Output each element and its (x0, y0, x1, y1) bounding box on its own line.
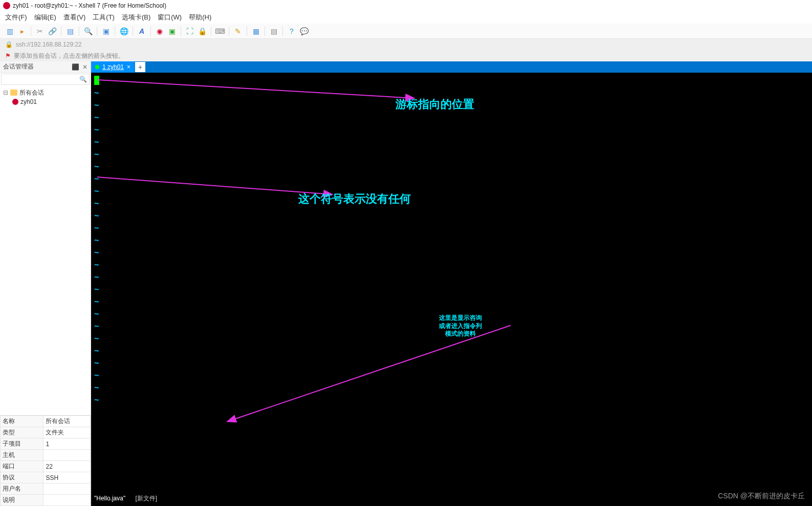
tilde-icon: ~ (94, 162, 99, 171)
app-logo-icon (3, 2, 10, 9)
open-icon[interactable]: ▸ (17, 27, 27, 36)
font-icon[interactable]: A (137, 27, 146, 36)
tilde-icon: ~ (94, 272, 99, 282)
prop-key: 子项目 (1, 438, 43, 450)
sidebar: 会话管理器 ⬛ ✕ 🔍 ⊟ 所有会话 zyh01 名称所有会话 类型文件夹 (0, 61, 91, 506)
xshell-icon[interactable]: ◉ (155, 27, 164, 36)
fullscreen-icon[interactable]: ⛶ (185, 27, 194, 36)
copy-icon[interactable]: ▣ (101, 27, 111, 36)
tilde-icon: ~ (94, 284, 99, 294)
expand-icon[interactable]: ⊟ (3, 89, 8, 96)
tab-close-icon[interactable]: × (127, 63, 130, 71)
pin-icon[interactable]: ⬛ (72, 63, 79, 71)
tilde-icon: ~ (94, 297, 99, 306)
vim-status-line: "Hello.java" [新文件] (94, 493, 157, 503)
globe-icon[interactable]: 🌐 (119, 27, 128, 36)
prop-val (43, 495, 91, 506)
prop-key: 端口 (1, 461, 43, 472)
tree-session[interactable]: zyh01 (3, 97, 87, 106)
folder-icon (10, 90, 17, 96)
sidebar-header: 会话管理器 ⬛ ✕ (0, 61, 91, 73)
tilde-icon: ~ (94, 211, 99, 221)
svg-line-3 (97, 177, 333, 194)
titlebar: zyh01 - root@zyh01:~ - Xshell 7 (Free fo… (0, 0, 812, 11)
main-area: 1 zyh01 × + "Hello.java" [新文件] 游标指向的位置 (91, 61, 812, 506)
annotation-tilde: 这个符号表示没有任何 (298, 192, 411, 207)
prop-val (43, 450, 91, 461)
close-icon[interactable]: ✕ (82, 63, 87, 71)
menu-file[interactable]: 文件(F) (5, 13, 27, 22)
svg-line-5 (227, 325, 511, 422)
prop-val: SSH (43, 472, 91, 483)
tip-text: 要添加当前会话，点击左侧的箭头按钮。 (14, 52, 124, 60)
prop-val (43, 483, 91, 495)
tree-root-label: 所有会话 (19, 89, 44, 97)
layout1-icon[interactable]: ▦ (251, 27, 260, 36)
menu-help[interactable]: 帮助(H) (189, 13, 211, 22)
tree-root[interactable]: ⊟ 所有会话 (3, 88, 87, 97)
prop-key: 用户名 (1, 483, 43, 495)
tilde-icon: ~ (94, 174, 99, 184)
lock-icon[interactable]: 🔒 (197, 27, 207, 36)
new-session-icon[interactable]: ▥ (5, 27, 14, 36)
highlight-icon[interactable]: ✎ (233, 27, 243, 36)
menu-tools[interactable]: 工具(T) (93, 13, 115, 22)
help-icon[interactable]: ? (287, 27, 296, 36)
properties-icon[interactable]: ▤ (65, 27, 75, 36)
sidebar-properties: 名称所有会话 类型文件夹 子项目1 主机 端口22 协议SSH 用户名 说明 (0, 415, 91, 506)
prop-val: 1 (43, 438, 91, 450)
menu-window[interactable]: 窗口(W) (158, 13, 182, 22)
window-title: zyh01 - root@zyh01:~ - Xshell 7 (Free fo… (13, 2, 166, 9)
reconnect-icon[interactable]: 🔗 (48, 27, 57, 36)
prop-val: 22 (43, 461, 91, 472)
tilde-icon: ~ (94, 395, 99, 405)
status-dot-icon (95, 65, 99, 69)
tab-session[interactable]: 1 zyh01 × (91, 61, 135, 73)
feedback-icon[interactable]: 💬 (299, 27, 309, 36)
search-icon[interactable]: 🔍 (83, 27, 93, 36)
menu-view[interactable]: 查看(V) (63, 13, 85, 22)
tab-add-button[interactable]: + (135, 62, 145, 72)
tilde-icon: ~ (94, 321, 99, 331)
tilde-icon: ~ (94, 137, 99, 147)
svg-line-1 (97, 80, 414, 98)
tilde-icon: ~ (94, 223, 99, 233)
toolbar: ▥ ▸ ✂ 🔗 ▤ 🔍 ▣ 🌐 A ◉ ▣ ⛶ 🔒 ⌨ ✎ ▦ ▤ ? 💬 (0, 24, 812, 39)
prop-val: 所有会话 (43, 416, 91, 427)
session-tree: ⊟ 所有会话 zyh01 (0, 86, 91, 415)
menu-edit[interactable]: 编辑(E) (34, 13, 56, 22)
tilde-icon: ~ (94, 383, 99, 392)
keyboard-icon[interactable]: ⌨ (215, 27, 225, 36)
prop-val: 文件夹 (43, 427, 91, 438)
xftp-icon[interactable]: ▣ (167, 27, 177, 36)
flag-icon: ⚑ (5, 52, 11, 59)
tilde-icon: ~ (94, 346, 99, 356)
tree-session-label: zyh01 (20, 98, 37, 105)
annotation-status: 这里是显示咨询 或者进入指令列 模式的资料 (439, 314, 482, 338)
tab-label: 1 zyh01 (102, 63, 124, 71)
sidebar-search[interactable]: 🔍 (1, 74, 90, 85)
tilde-icon: ~ (94, 260, 99, 270)
tilde-icon: ~ (94, 358, 99, 368)
tilde-icon: ~ (94, 149, 99, 159)
address-bar: 🔒 ssh://192.168.88.129:22 (0, 39, 812, 50)
menu-tabs[interactable]: 选项卡(B) (122, 13, 150, 22)
tilde-icon: ~ (94, 113, 99, 122)
prop-key: 名称 (1, 416, 43, 427)
tilde-icon: ~ (94, 309, 99, 319)
prop-key: 类型 (1, 427, 43, 438)
prop-key: 说明 (1, 495, 43, 506)
watermark: CSDN @不断前进的皮卡丘 (718, 492, 805, 501)
tilde-icon: ~ (94, 125, 99, 135)
terminal[interactable]: "Hello.java" [新文件] 游标指向的位置 这个符号表示没有任何 这里… (91, 73, 812, 506)
menubar: 文件(F) 编辑(E) 查看(V) 工具(T) 选项卡(B) 窗口(W) 帮助(… (0, 11, 812, 24)
lock-icon: 🔒 (5, 41, 13, 48)
tab-strip: 1 zyh01 × + (91, 61, 812, 73)
layout2-icon[interactable]: ▤ (269, 27, 278, 36)
tilde-icon: ~ (94, 100, 99, 110)
tilde-icon: ~ (94, 334, 99, 343)
annotation-cursor: 游标指向的位置 (396, 97, 474, 112)
disconnect-icon[interactable]: ✂ (35, 27, 45, 36)
session-icon (12, 99, 18, 105)
address-text[interactable]: ssh://192.168.88.129:22 (16, 41, 82, 48)
